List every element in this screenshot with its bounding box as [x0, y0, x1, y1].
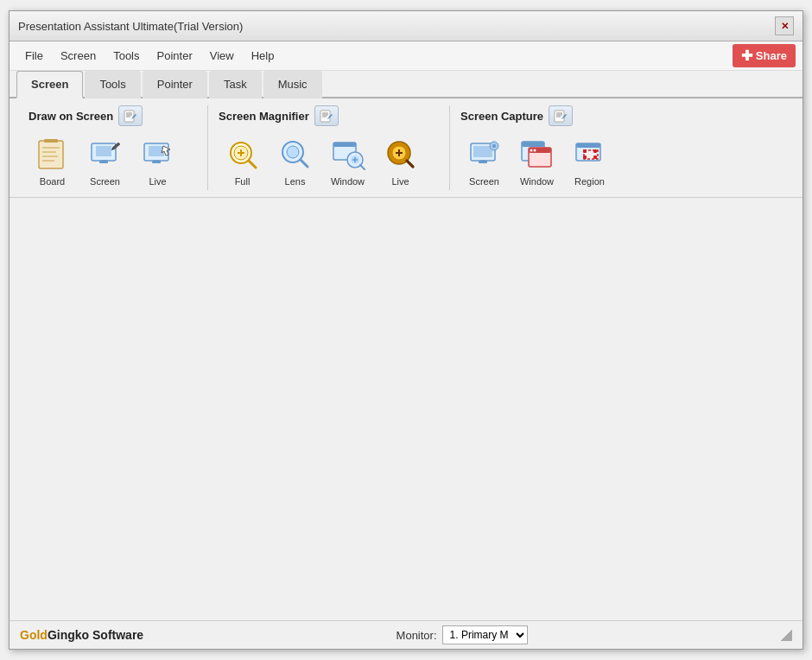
- live-draw-icon: [140, 136, 176, 173]
- tool-board[interactable]: Board: [29, 133, 76, 190]
- menu-pointer[interactable]: Pointer: [149, 46, 201, 66]
- tab-pointer[interactable]: Pointer: [143, 71, 207, 98]
- svg-point-35: [287, 146, 299, 158]
- monitor-select[interactable]: 1. Primary M: [442, 625, 528, 644]
- window-magnify-label: Window: [331, 176, 365, 187]
- screen-capture-settings-button[interactable]: [549, 105, 573, 126]
- monitor-label: Monitor:: [396, 629, 437, 642]
- window-title: Presentation Assistant Ultimate(Trial Ve…: [18, 20, 243, 33]
- screen-magnifier-title: Screen Magnifier: [219, 110, 309, 123]
- lens-icon: [277, 136, 314, 173]
- menu-tools[interactable]: Tools: [105, 46, 148, 66]
- tool-window-magnify[interactable]: Window: [324, 133, 371, 190]
- svg-line-31: [249, 161, 256, 168]
- tool-capture-screen[interactable]: Screen: [460, 133, 508, 190]
- svg-line-49: [407, 161, 413, 167]
- capture-settings-icon: [554, 109, 568, 123]
- screen-magnifier-header: Screen Magnifier: [219, 105, 439, 126]
- menu-bar: File Screen Tools Pointer View Help ✚ Sh…: [10, 41, 802, 71]
- capture-window-label: Window: [520, 176, 554, 187]
- svg-rect-69: [576, 143, 600, 148]
- svg-rect-72: [593, 149, 597, 153]
- svg-rect-57: [473, 146, 492, 157]
- full-magnify-icon: [225, 136, 261, 173]
- capture-region-icon: [572, 136, 608, 173]
- capture-window-icon: [519, 136, 555, 173]
- tab-tools[interactable]: Tools: [85, 71, 140, 98]
- brand-gold: Gold: [20, 628, 48, 642]
- menu-view[interactable]: View: [201, 46, 243, 66]
- screen-capture-title: Screen Capture: [460, 110, 543, 123]
- magnifier-settings-icon: [320, 109, 333, 123]
- resize-handle[interactable]: [780, 629, 792, 641]
- main-window: Presentation Assistant Ultimate(Trial Ve…: [9, 10, 803, 650]
- draw-on-screen-settings-button[interactable]: [118, 105, 143, 126]
- lens-label: Lens: [285, 176, 306, 187]
- screen-magnifier-settings-button[interactable]: [314, 105, 339, 126]
- draw-on-screen-header: Draw on Screen: [29, 105, 197, 126]
- svg-line-36: [301, 160, 308, 167]
- capture-screen-label: Screen: [469, 176, 499, 187]
- menu-file[interactable]: File: [16, 46, 52, 66]
- settings-pencil-icon: [124, 109, 137, 123]
- screen-capture-group: Screen Capture: [450, 105, 657, 190]
- tool-capture-region[interactable]: Region: [566, 133, 613, 190]
- svg-point-61: [492, 144, 496, 148]
- tool-live-magnify[interactable]: Live: [377, 133, 424, 190]
- share-plus-icon: ✚: [741, 48, 752, 64]
- svg-rect-15: [99, 161, 108, 163]
- draw-on-screen-group: Draw on Screen: [18, 105, 208, 190]
- screen-draw-label: Screen: [90, 176, 120, 187]
- share-button[interactable]: ✚ Share: [733, 44, 796, 67]
- tool-capture-window[interactable]: Window: [513, 133, 561, 190]
- close-button[interactable]: ✕: [775, 16, 794, 35]
- window-magnify-icon: [330, 136, 366, 173]
- tool-live-draw[interactable]: Live: [134, 133, 181, 190]
- svg-rect-71: [583, 149, 587, 153]
- monitor-info: Monitor: 1. Primary M: [396, 625, 528, 644]
- board-label: Board: [40, 176, 65, 187]
- title-bar: Presentation Assistant Ultimate(Trial Ve…: [10, 11, 802, 41]
- capture-region-label: Region: [574, 176, 605, 187]
- capture-screen-icon: [466, 136, 503, 173]
- screen-magnifier-group: Screen Magnifier: [208, 105, 450, 190]
- tab-screen[interactable]: Screen: [16, 71, 83, 98]
- tool-lens[interactable]: Lens: [271, 133, 319, 190]
- toolbar-section: Draw on Screen: [10, 98, 802, 198]
- main-content: [10, 198, 802, 457]
- svg-rect-21: [152, 161, 161, 163]
- svg-point-66: [530, 149, 532, 152]
- menu-help[interactable]: Help: [243, 46, 283, 66]
- brand: GoldGingko Software: [20, 628, 143, 642]
- svg-rect-11: [44, 139, 58, 143]
- svg-rect-6: [39, 141, 63, 168]
- svg-point-67: [533, 149, 536, 152]
- draw-on-screen-tools: Board: [29, 133, 197, 190]
- live-magnify-icon: [383, 136, 419, 173]
- svg-line-41: [360, 165, 365, 169]
- tab-task[interactable]: Task: [209, 71, 262, 98]
- svg-rect-74: [593, 155, 597, 159]
- live-draw-label: Live: [149, 176, 166, 187]
- content-area: Draw on Screen: [10, 98, 802, 620]
- full-magnify-label: Full: [235, 176, 251, 187]
- brand-rest: Gingko Software: [48, 628, 143, 642]
- screen-draw-icon: [87, 136, 124, 173]
- draw-on-screen-title: Draw on Screen: [29, 110, 113, 123]
- svg-rect-38: [333, 143, 356, 147]
- svg-rect-13: [96, 146, 111, 156]
- svg-rect-73: [583, 155, 587, 159]
- tab-bar: Screen Tools Pointer Task Music: [10, 71, 802, 98]
- tab-music[interactable]: Music: [263, 71, 322, 98]
- tool-screen-draw[interactable]: Screen: [81, 133, 129, 190]
- share-label: Share: [756, 49, 787, 62]
- tool-full-magnify[interactable]: Full: [219, 133, 266, 190]
- screen-magnifier-tools: Full Lens: [219, 133, 439, 190]
- window-controls: ✕: [775, 16, 794, 35]
- menu-screen[interactable]: Screen: [52, 46, 105, 66]
- board-icon: [35, 136, 71, 173]
- svg-rect-63: [522, 142, 544, 147]
- live-magnify-label: Live: [391, 176, 409, 187]
- screen-capture-header: Screen Capture: [460, 105, 647, 126]
- svg-rect-59: [479, 161, 487, 163]
